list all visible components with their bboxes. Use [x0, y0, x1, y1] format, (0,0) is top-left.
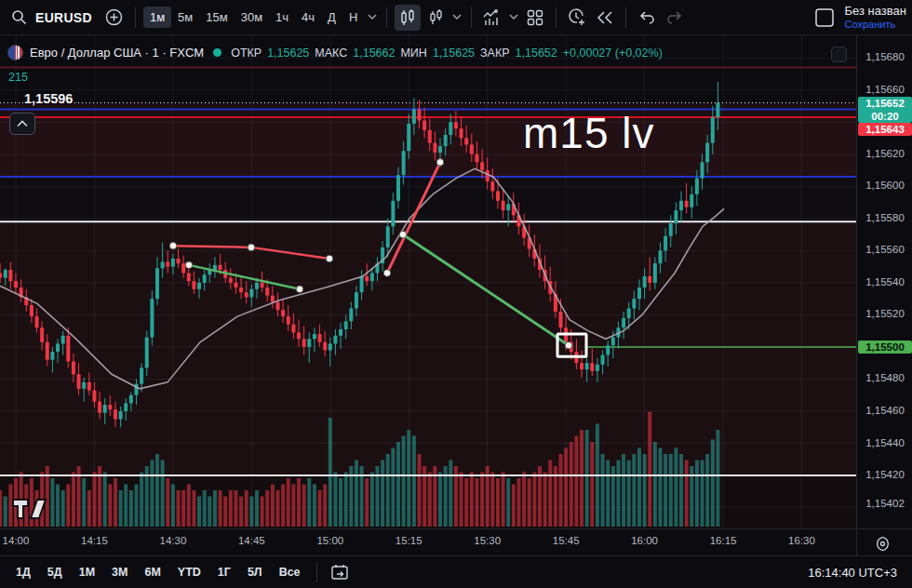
- axis-price-label-level-red[interactable]: 1,15643: [858, 123, 912, 136]
- interval-button-15м[interactable]: 15м: [199, 7, 234, 28]
- panel-toggle-icon[interactable]: [811, 5, 838, 31]
- layout-title-block[interactable]: Без назван Сохранить: [845, 5, 906, 31]
- interval-chevron-down-icon[interactable]: [368, 14, 377, 20]
- legend-collapse-button[interactable]: [9, 113, 35, 135]
- gear-icon[interactable]: [871, 532, 893, 555]
- price-tick-label: 1,15520: [857, 308, 912, 319]
- chart-pane[interactable]: Евро / Доллар США · 1 · FXCM ОТКР1,15625…: [0, 35, 856, 528]
- time-tick-label: 16:00: [624, 535, 665, 546]
- interval-button-30м[interactable]: 30м: [235, 7, 269, 28]
- candlestick-chart[interactable]: [0, 35, 856, 528]
- range-button-1Д[interactable]: 1Д: [9, 562, 37, 582]
- interval-group: 1м5м15м30м1ч4чДН: [143, 7, 364, 28]
- ohlc-value: 1,15652: [516, 47, 557, 60]
- go-to-date-icon[interactable]: [327, 559, 353, 585]
- price-tag-label[interactable]: 1,15596: [24, 91, 73, 106]
- price-tick-label: 1,15460: [857, 405, 912, 416]
- price-tick-label: 1,15402: [857, 498, 912, 509]
- range-button-1М[interactable]: 1М: [73, 562, 101, 582]
- time-tick-label: 16:15: [703, 535, 744, 546]
- layout-title[interactable]: Без назван: [845, 5, 906, 19]
- pane-maximize-icon[interactable]: [831, 47, 847, 62]
- interval-button-5м[interactable]: 5м: [171, 7, 199, 28]
- axis-price-label-level-green[interactable]: 1,15500: [858, 341, 912, 354]
- time-tick-label: 16:30: [782, 535, 823, 546]
- interval-button-4ч[interactable]: 4ч: [295, 7, 321, 28]
- range-button-YTD[interactable]: YTD: [171, 562, 208, 582]
- tradingview-logo[interactable]: [11, 497, 48, 521]
- axis-corner-divider: [856, 529, 857, 556]
- alert-clock-icon[interactable]: [564, 5, 590, 31]
- range-button-5Л[interactable]: 5Л: [241, 562, 269, 582]
- interval-button-1м[interactable]: 1м: [143, 7, 171, 28]
- symbol-flag-icon: [7, 45, 23, 60]
- change-value: +0,00027 (+0,02%): [563, 47, 663, 60]
- chart-style-alt-candles-icon[interactable]: [422, 5, 449, 31]
- layout-grid-icon[interactable]: [522, 5, 548, 31]
- time-tick-label: 14:45: [231, 535, 272, 546]
- price-axis[interactable]: 1,156801,156601,156201,156001,155801,155…: [856, 35, 912, 528]
- time-tick-label: 14:00: [0, 535, 36, 546]
- price-tick-label: 1,15660: [857, 84, 912, 95]
- legend-title[interactable]: Евро / Доллар США · 1 · FXCM: [30, 46, 204, 60]
- bar-replay-icon[interactable]: [592, 5, 618, 31]
- range-button-1Г[interactable]: 1Г: [211, 562, 237, 582]
- time-tick-label: 14:15: [74, 535, 114, 546]
- range-button-5Д[interactable]: 5Д: [41, 562, 69, 582]
- market-status-dot-icon[interactable]: [213, 48, 221, 57]
- toolbar-separator: [316, 562, 317, 582]
- symbol-name[interactable]: EURUSD: [35, 10, 92, 25]
- chart-style-chevron-down-icon[interactable]: [452, 14, 462, 20]
- interval-button-Д[interactable]: Д: [321, 7, 342, 28]
- time-tick-label: 15:30: [467, 535, 508, 546]
- save-link[interactable]: Сохранить: [845, 19, 906, 31]
- session-clock[interactable]: 16:14:40 UTC+3: [808, 566, 903, 580]
- time-tick-label: 15:15: [388, 535, 429, 546]
- toolbar-separator: [471, 7, 472, 28]
- range-group: 1Д5Д1М3М6МYTD1Г5ЛВсе: [9, 562, 307, 582]
- toolbar-separator: [135, 7, 136, 28]
- ohlc-label: МИН: [400, 47, 426, 60]
- ohlc-label: ОТКР: [231, 47, 262, 60]
- interval-button-1ч[interactable]: 1ч: [269, 7, 295, 28]
- volume-value: 215: [8, 71, 28, 84]
- redo-icon[interactable]: [662, 5, 688, 31]
- toolbar-separator: [386, 7, 387, 28]
- toolbar-separator: [625, 7, 626, 28]
- price-tick-label: 1,15600: [857, 180, 912, 191]
- time-tick-label: 14:30: [153, 535, 194, 546]
- time-tick-label: 15:45: [545, 535, 586, 546]
- price-tick-label: 1,15620: [857, 148, 912, 159]
- price-tick-label: 1,15680: [857, 51, 912, 62]
- ohlc-label: МАКС: [315, 47, 347, 60]
- ohlc-label: ЗАКР: [480, 47, 510, 60]
- time-axis[interactable]: 14:0014:1514:3014:4515:0015:1515:3015:45…: [0, 528, 912, 555]
- range-button-6М[interactable]: 6М: [138, 562, 167, 582]
- range-button-Все[interactable]: Все: [273, 562, 307, 582]
- ohlc-value: 1,15662: [353, 47, 395, 60]
- price-tick-label: 1,15440: [857, 437, 912, 448]
- top-toolbar: EURUSD 1м5м15м30м1ч4чДН: [0, 0, 912, 35]
- axis-price-label-last-price[interactable]: 1,1565200:20: [858, 97, 912, 123]
- bottom-toolbar: 1Д5Д1М3М6МYTD1Г5ЛВсе 16:14:40 UTC+3: [0, 555, 912, 588]
- price-tick-label: 1,15480: [857, 372, 912, 383]
- chart-legend[interactable]: Евро / Доллар США · 1 · FXCM ОТКР1,15625…: [7, 45, 663, 60]
- price-tick-label: 1,15560: [857, 244, 912, 255]
- compare-add-icon[interactable]: [101, 5, 127, 31]
- undo-icon[interactable]: [634, 5, 660, 31]
- indicators-chevron-down-icon[interactable]: [509, 14, 518, 20]
- interval-button-Н[interactable]: Н: [342, 7, 364, 28]
- price-tick-label: 1,15540: [857, 276, 912, 287]
- chart-text-annotation[interactable]: m15 lv: [523, 108, 654, 158]
- ohlc-value: 1,15625: [267, 47, 309, 60]
- range-button-3М[interactable]: 3М: [105, 562, 134, 582]
- ohlc-values: ОТКР1,15625МАКС1,15662МИН1,15625ЗАКР1,15…: [231, 47, 663, 60]
- chart-style-candles-icon[interactable]: [395, 5, 421, 31]
- toolbar-separator: [556, 7, 557, 28]
- price-tick-label: 1,15580: [857, 212, 912, 223]
- search-icon[interactable]: [6, 5, 32, 31]
- price-tick-label: 1,15420: [857, 469, 912, 480]
- time-tick-label: 15:00: [310, 535, 351, 546]
- indicators-icon[interactable]: [479, 5, 505, 31]
- ohlc-value: 1,15625: [433, 47, 475, 60]
